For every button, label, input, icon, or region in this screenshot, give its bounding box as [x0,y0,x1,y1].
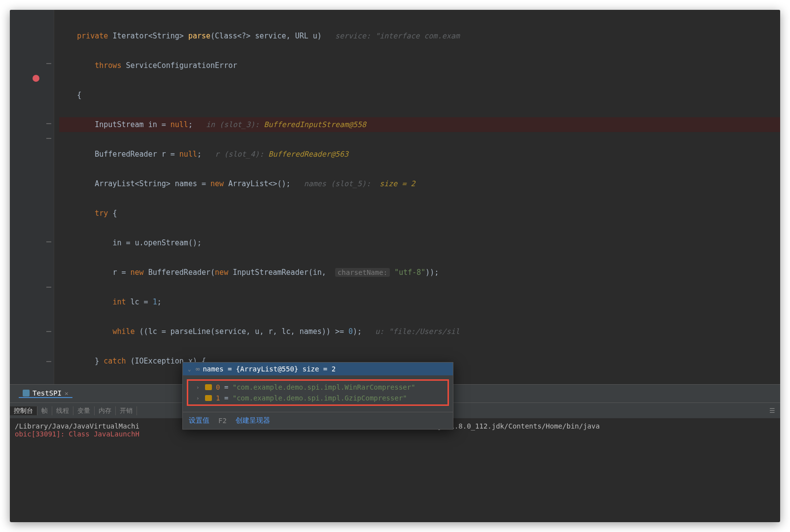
inline-debug-value: in (slot_3): [206,120,264,129]
console-line: /Library/Java/JavaVirtualMachi [15,422,139,430]
chevron-right-icon[interactable]: › [196,384,201,391]
param-hint: charsetName: [335,268,390,277]
popup-header[interactable]: ⌄ ∞ names = {ArrayList@550} size = 2 [183,363,453,375]
type: Iterator [112,32,148,40]
file-icon [23,390,30,397]
debug-tab-console[interactable]: 控制台 [10,406,37,415]
menu-icon[interactable]: ☰ [764,407,780,414]
method-name: parse [188,32,210,40]
object-icon [205,384,212,390]
editor-tab[interactable]: TestSPI × [19,389,72,398]
highlight-box: › 0 = "com.example.demo.spi.impl.WinRarC… [187,379,449,406]
variable-row[interactable]: › 1 = "com.example.demo.spi.impl.GzipCom… [188,393,447,403]
fold-toggle-icon[interactable] [46,361,51,362]
fold-toggle-icon[interactable] [46,63,51,64]
inline-hint: service: "interface com.exam [335,32,460,40]
fold-toggle-icon[interactable] [46,331,51,332]
close-icon[interactable]: × [65,390,69,397]
debug-tab-frames[interactable]: 帧 [37,406,52,415]
fold-toggle-icon[interactable] [46,123,51,124]
keyword: private [77,32,108,40]
console-error-line: obic[33091]: Class JavaLaunchH [15,430,775,438]
breakpoint-icon[interactable] [33,75,39,82]
editor-gutter[interactable] [10,10,54,384]
object-icon [205,395,212,401]
code-editor[interactable]: private Iterator<String> parse(Class<?> … [54,10,780,384]
debug-tab-overhead[interactable]: 开销 [116,406,137,415]
value-label: "com.example.demo.spi.impl.WinRarCompres… [233,383,415,391]
fold-toggle-icon[interactable] [46,241,51,242]
popup-body: › 0 = "com.example.demo.spi.impl.WinRarC… [183,375,453,412]
create-renderer-link[interactable]: 创建呈现器 [236,416,270,425]
variable-row[interactable]: › 0 = "com.example.demo.spi.impl.WinRarC… [188,382,447,393]
popup-title: names = {ArrayList@550} size = 2 [203,365,336,373]
index-label: 0 [216,383,220,391]
set-value-link[interactable]: 设置值 [189,416,209,425]
chevron-right-icon[interactable]: › [196,395,201,401]
variable-popup[interactable]: ⌄ ∞ names = {ArrayList@550} size = 2 › 0… [182,362,453,430]
inline-debug-value: names (slot_5): [304,179,380,188]
index-label: 1 [216,394,220,402]
inline-debug-value: r (slot_4): [215,150,268,159]
editor-area: private Iterator<String> parse(Class<?> … [10,10,780,384]
shortcut-label: F2 [218,417,227,425]
fold-toggle-icon[interactable] [46,287,51,288]
debug-tab-memory[interactable]: 内存 [95,406,116,415]
debug-tab-threads[interactable]: 线程 [52,406,73,415]
tab-label: TestSPI [33,389,62,397]
inline-debug-value: u: "file:/Users/sil [375,327,460,336]
chevron-down-icon[interactable]: ⌄ [188,366,193,372]
ide-window: private Iterator<String> parse(Class<?> … [10,10,780,522]
popup-footer: 设置值 F2 创建呈现器 [183,412,453,429]
debug-tab-variables[interactable]: 变量 [73,406,95,415]
watch-icon: ∞ [196,365,200,373]
fold-toggle-icon[interactable] [46,138,51,139]
value-label: "com.example.demo.spi.impl.GzipCompresse… [233,394,407,402]
